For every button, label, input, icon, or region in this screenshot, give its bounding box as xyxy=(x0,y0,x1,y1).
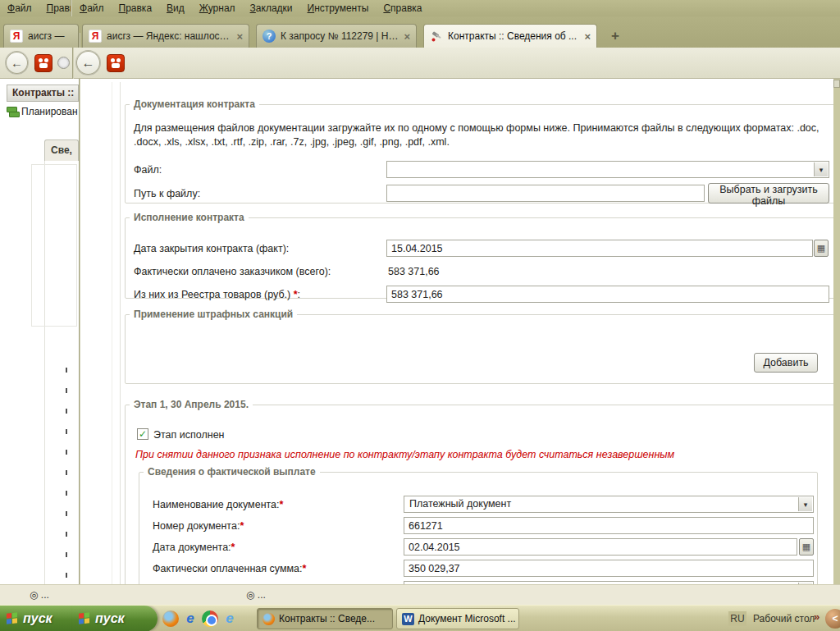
doc-number-input[interactable] xyxy=(404,517,814,534)
doc-number-label: Номер документа:* xyxy=(153,520,244,532)
toolbar-expand-chevron[interactable]: » xyxy=(814,610,819,623)
paid-sum-label: Фактически оплаченная сумма:* xyxy=(153,563,306,574)
tab-label: аисгз — xyxy=(28,30,72,42)
status-fragment: ◎ ... xyxy=(30,589,49,601)
tab-yandex-search[interactable]: Я аисгз — Яндекс: нашлось 2... × xyxy=(82,24,249,48)
windows-logo-icon xyxy=(79,612,90,624)
tab-close-icon[interactable]: × xyxy=(584,31,591,42)
stage-done-checkbox[interactable]: ✓ xyxy=(137,428,148,440)
tab-helpdesk[interactable]: ? К запросу № 112279 | HelpD... × xyxy=(256,24,417,48)
documentation-description: Для размещения файлов документации загру… xyxy=(134,121,826,149)
tray-more-icon[interactable]: < xyxy=(825,609,840,629)
screen: Файл Правка Файл Правка Вид Журнал Закла… xyxy=(0,0,840,631)
menu-edit[interactable]: Правка xyxy=(112,0,160,16)
tab-background-window[interactable]: Я аисгз — xyxy=(3,24,79,48)
calendar-icon[interactable]: ▦ xyxy=(814,240,829,257)
tab-contracts-active[interactable]: Контракты :: Сведения об ... × xyxy=(423,24,597,48)
app-icon xyxy=(107,54,125,72)
menu-tools[interactable]: Инструменты xyxy=(300,0,377,16)
window-edge xyxy=(72,48,74,79)
divider xyxy=(120,82,121,584)
menu-view[interactable]: Вид xyxy=(159,0,192,16)
stage-warning: При снятии данного признака исполнение п… xyxy=(135,449,674,460)
close-date-input[interactable] xyxy=(386,240,813,257)
background-tab-fragment[interactable]: Све, xyxy=(44,139,79,161)
tree-item-label: Планирован xyxy=(21,106,78,117)
paid-total-label: Фактически оплачено заказчиком (всего): xyxy=(134,266,331,277)
divider xyxy=(112,82,112,584)
quicklaunch-browser-icon[interactable]: e xyxy=(221,610,238,627)
back-button[interactable]: ← xyxy=(75,50,101,75)
file-path-label: Путь к файлу: xyxy=(134,188,200,199)
registry-label: Из них из Реестра товаров (руб.) *: xyxy=(134,289,300,300)
quicklaunch-ie-icon[interactable]: e xyxy=(182,610,199,627)
menu-history[interactable]: Журнал xyxy=(192,0,243,16)
add-penalty-button[interactable]: Добавить xyxy=(754,353,818,373)
desktop-toolbar-label[interactable]: Рабочий стол xyxy=(753,613,815,624)
gavel-favicon xyxy=(430,30,443,43)
task-label: Контракты :: Сведе... xyxy=(279,613,375,624)
status-fragment: ◎ ... xyxy=(246,589,266,601)
stage-done-label: Этап исполнен xyxy=(153,429,225,441)
doc-date-input[interactable] xyxy=(404,538,797,556)
paid-sum-input[interactable] xyxy=(404,560,814,577)
execution-section: Исполнение контракта Дата закрытия контр… xyxy=(125,212,835,299)
start-button-inner[interactable]: пуск xyxy=(72,606,158,631)
new-tab-button[interactable]: + xyxy=(605,26,626,46)
window-edge xyxy=(79,79,80,584)
app-icon-bg xyxy=(34,54,52,72)
word-icon: W xyxy=(402,613,414,625)
stage-legend: Этап 1, 30 Апрель 2015. xyxy=(130,399,253,410)
language-indicator[interactable]: RU xyxy=(728,611,746,626)
file-select[interactable]: ▾ xyxy=(386,161,829,178)
menu-bar: Файл Правка Файл Правка Вид Журнал Закла… xyxy=(0,0,840,16)
windows-logo-icon xyxy=(7,612,18,624)
quicklaunch-firefox-icon[interactable] xyxy=(162,610,179,627)
tab-label: аисгз — Яндекс: нашлось 2... xyxy=(107,30,231,42)
tab-close-icon[interactable]: × xyxy=(236,31,243,42)
background-text-fragments xyxy=(66,368,67,581)
tab-close-icon[interactable]: × xyxy=(404,31,410,42)
file-label: Файл: xyxy=(134,164,162,176)
execution-legend: Исполнение контракта xyxy=(130,212,249,223)
menu-help[interactable]: Справка xyxy=(376,0,429,16)
background-panel-title: Контракты :: xyxy=(7,85,79,102)
file-path-input[interactable] xyxy=(386,185,705,202)
paid-total-value: 583 371,66 xyxy=(388,266,440,277)
task-button-contracts[interactable]: Контракты :: Сведе... xyxy=(257,608,393,629)
background-tree-item-planning[interactable]: Планирован xyxy=(7,104,79,119)
back-button-bg[interactable]: ← xyxy=(5,51,29,75)
quicklaunch-chrome-icon[interactable] xyxy=(202,610,218,627)
payment-legend: Сведения о фактической выплате xyxy=(144,466,320,478)
start-button[interactable]: пуск xyxy=(0,606,72,631)
menu-file[interactable]: Файл xyxy=(72,0,112,16)
chevron-down-icon: ▾ xyxy=(814,162,828,176)
task-button-word[interactable]: W Документ Microsoft ... xyxy=(396,608,519,629)
start-label: пуск xyxy=(23,611,52,626)
page-content: Контракты :: Планирован Све, Документаци… xyxy=(0,79,840,584)
penalties-legend: Применение штрафных санкций xyxy=(130,309,297,320)
globe-icon-bg xyxy=(57,57,70,69)
yandex-favicon: Я xyxy=(89,30,102,43)
firefox-icon xyxy=(262,613,275,625)
background-window-menu: Файл Правка xyxy=(0,0,71,16)
background-box xyxy=(31,164,77,327)
tab-label: К запросу № 112279 | HelpD... xyxy=(281,30,399,42)
menu-bookmarks[interactable]: Закладки xyxy=(243,0,300,16)
taskbar: пуск пуск e e Контракты :: Сведе... W До… xyxy=(0,605,840,631)
helpdesk-favicon: ? xyxy=(262,30,276,43)
documentation-legend: Документация контракта xyxy=(130,98,259,110)
registry-input[interactable] xyxy=(386,286,829,303)
doc-name-select[interactable]: Платежный документ ▾ xyxy=(404,496,814,513)
planning-icon xyxy=(7,107,18,117)
menu-row: Файл Правка Вид Журнал Закладки Инструме… xyxy=(72,0,429,16)
navigation-toolbar: ← ← new.gz-spb.ru/#cm/contract/exec/lot/… xyxy=(0,48,840,79)
calendar-icon[interactable]: ▦ xyxy=(799,538,814,556)
scroll-up-arrow[interactable] xyxy=(833,80,840,88)
tab-label: Контракты :: Сведения об ... xyxy=(448,30,579,42)
close-date-label: Дата закрытия контракта (факт): xyxy=(134,243,289,254)
menu-file-bg[interactable]: Файл xyxy=(0,0,39,16)
menu-edit-bg[interactable]: Правка xyxy=(39,0,71,16)
scrollbar[interactable] xyxy=(833,79,840,584)
upload-files-button[interactable]: Выбрать и загрузить файлы xyxy=(708,183,829,203)
